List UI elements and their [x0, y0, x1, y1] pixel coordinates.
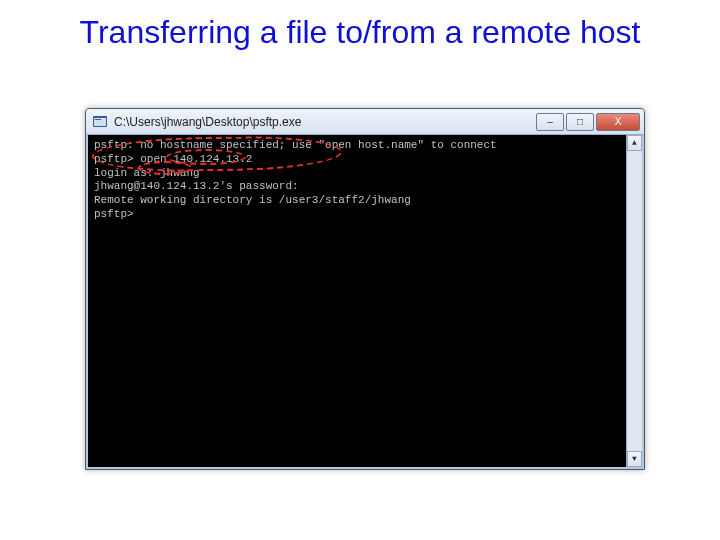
- window-titlebar[interactable]: C:\Users\jhwang\Desktop\psftp.exe – □ X: [86, 109, 644, 135]
- terminal-line: psftp: no hostname specified; use "open …: [94, 139, 636, 153]
- terminal-line: psftp> open 140.124.13.2: [94, 153, 636, 167]
- terminal-line: login as: jhwang: [94, 167, 636, 181]
- psftp-window: C:\Users\jhwang\Desktop\psftp.exe – □ X …: [85, 108, 645, 470]
- window-control-buttons: – □ X: [534, 113, 640, 131]
- svg-rect-2: [95, 119, 101, 120]
- terminal-line: jhwang@140.124.13.2's password:: [94, 180, 636, 194]
- terminal-scrollbar[interactable]: ▲ ▼: [626, 135, 642, 467]
- app-icon: [92, 114, 108, 130]
- close-button[interactable]: X: [596, 113, 640, 131]
- minimize-button[interactable]: –: [536, 113, 564, 131]
- terminal-line: Remote working directory is /user3/staff…: [94, 194, 636, 208]
- maximize-button[interactable]: □: [566, 113, 594, 131]
- scrollbar-track[interactable]: [627, 151, 642, 451]
- window-title: C:\Users\jhwang\Desktop\psftp.exe: [114, 115, 534, 129]
- scroll-up-arrow-icon[interactable]: ▲: [627, 135, 642, 151]
- scroll-down-arrow-icon[interactable]: ▼: [627, 451, 642, 467]
- terminal-line: psftp>: [94, 208, 636, 222]
- terminal-area[interactable]: psftp: no hostname specified; use "open …: [86, 135, 644, 469]
- slide-title: Transferring a file to/from a remote hos…: [0, 0, 720, 56]
